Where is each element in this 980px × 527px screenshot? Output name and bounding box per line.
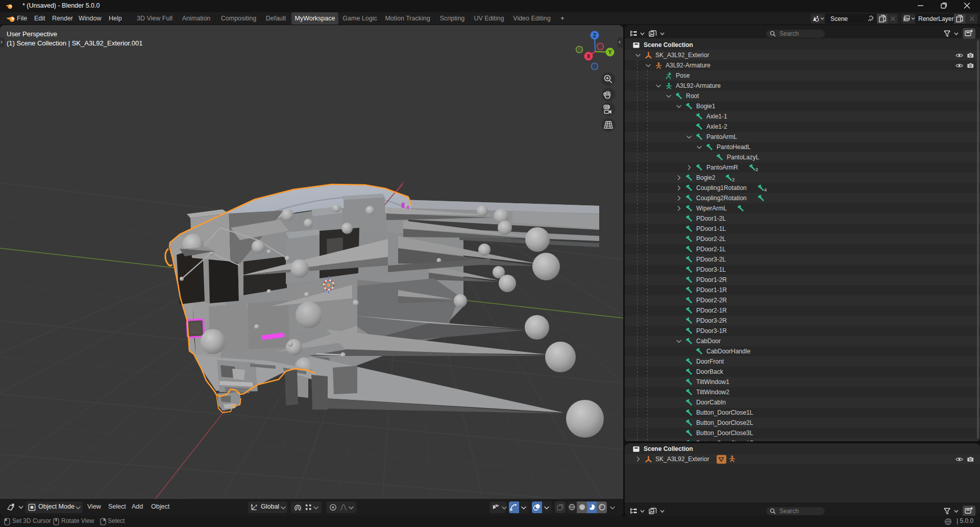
svg-text:Y: Y — [608, 50, 612, 55]
svg-text:X: X — [587, 54, 591, 59]
svg-text:Z: Z — [593, 33, 596, 38]
